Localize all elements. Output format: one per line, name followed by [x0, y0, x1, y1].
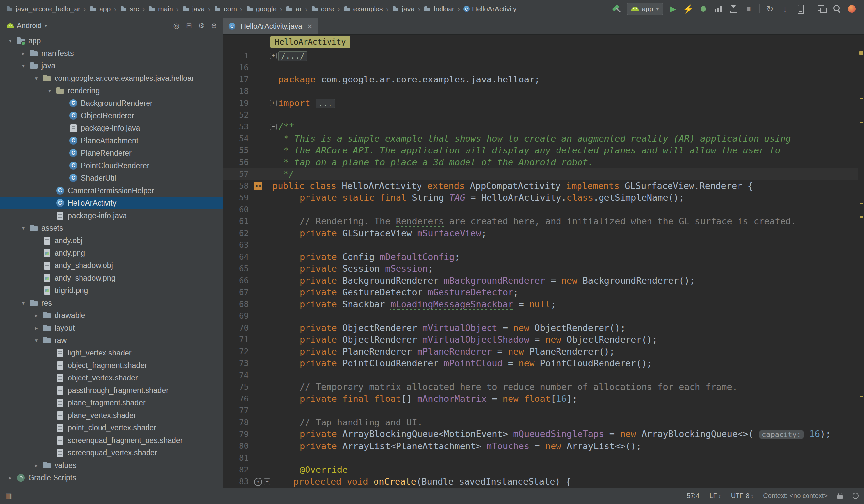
chevron-expanded-icon[interactable]: ▾	[45, 87, 55, 94]
chevron-expanded-icon[interactable]: ▾	[32, 75, 41, 82]
fold-collapse-icon[interactable]: −	[264, 478, 271, 485]
assistant-icon[interactable]	[844, 2, 860, 15]
indicator-stripe-mark[interactable]	[860, 51, 863, 55]
line-separator-widget[interactable]: LF ↕	[709, 492, 721, 500]
sync-icon[interactable]: ↻	[763, 2, 778, 15]
tree-item-drawable[interactable]: ▸drawable	[0, 309, 223, 322]
tree-item-layout[interactable]: ▸layout	[0, 322, 223, 334]
context-widget[interactable]: Context: <no context>	[763, 492, 828, 500]
tree-item-andy.png[interactable]: andy.png	[0, 247, 223, 259]
toolwindow-toggle-icon[interactable]: ▦	[5, 492, 12, 500]
line-number[interactable]: 82	[223, 464, 254, 476]
warning-stripe-mark[interactable]	[860, 396, 863, 397]
warning-stripe-mark[interactable]	[860, 122, 863, 123]
line-number[interactable]: 83	[223, 476, 254, 488]
tab-helloaractivity-java[interactable]: HelloArActivity.java ×	[223, 18, 318, 35]
tree-item-CameraPermissionHelper[interactable]: CameraPermissionHelper	[0, 184, 223, 197]
chevron-collapsed-icon[interactable]: ▸	[19, 50, 28, 57]
lock-icon[interactable]	[837, 495, 843, 499]
line-number[interactable]: 62	[223, 227, 254, 239]
breadcrumb-current-element[interactable]: HelloArActivity	[271, 36, 350, 48]
line-number[interactable]: 64	[223, 251, 254, 263]
line-number[interactable]: 80	[223, 440, 254, 452]
chevron-expanded-icon[interactable]: ▾	[5, 37, 15, 44]
tree-item-light_vertex.shader[interactable]: light_vertex.shader	[0, 347, 223, 359]
line-number[interactable]: 68	[223, 298, 254, 310]
line-number[interactable]: 65	[223, 263, 254, 275]
line-number[interactable]: 52	[223, 109, 254, 121]
tree-item-app[interactable]: ▾app	[0, 35, 223, 47]
chevron-collapsed-icon[interactable]: ▸	[32, 312, 41, 319]
layout-inspector-icon[interactable]	[814, 2, 829, 15]
project-view-selector[interactable]: Android ▾	[3, 20, 50, 31]
breadcrumb-item-main[interactable]: main	[147, 4, 174, 13]
line-number[interactable]: 59	[223, 192, 254, 204]
tree-item-assets[interactable]: ▾assets	[0, 222, 223, 234]
line-number[interactable]: 61	[223, 216, 254, 227]
fold-expand-icon[interactable]: +	[270, 100, 277, 106]
tree-item-BackgroundRenderer[interactable]: BackgroundRenderer	[0, 97, 223, 109]
line-number[interactable]: 58	[223, 180, 254, 192]
fold-marker[interactable]: −	[268, 123, 278, 130]
event-log-icon[interactable]	[852, 493, 859, 499]
tree-item-andy_shadow.png[interactable]: andy_shadow.png	[0, 272, 223, 284]
line-number[interactable]: 60	[223, 204, 254, 216]
breadcrumb-item-com[interactable]: com	[213, 4, 238, 13]
line-number[interactable]: 73	[223, 358, 254, 369]
line-number[interactable]: 55	[223, 145, 254, 156]
line-number[interactable]: 19	[223, 97, 254, 109]
tree-item-java[interactable]: ▾java	[0, 59, 223, 72]
line-number[interactable]: 56	[223, 156, 254, 168]
breadcrumb-item-src[interactable]: src	[119, 4, 140, 13]
search-icon[interactable]	[829, 2, 844, 15]
tree-item-rendering[interactable]: ▾rendering	[0, 84, 223, 97]
build-icon[interactable]	[609, 2, 624, 15]
tree-item-PlaneRenderer[interactable]: PlaneRenderer	[0, 147, 223, 159]
line-number[interactable]: 81	[223, 452, 254, 464]
android-component-gutter-icon[interactable]: <>	[254, 182, 263, 190]
breadcrumb-item-google[interactable]: google	[245, 4, 278, 13]
line-number[interactable]: 16	[223, 62, 254, 74]
line-number[interactable]: 17	[223, 74, 254, 85]
fold-marker[interactable]: −	[262, 478, 272, 485]
project-tree[interactable]: ▾app▸manifests▾java▾com.google.ar.core.e…	[0, 33, 223, 488]
line-number[interactable]: 53	[223, 121, 254, 133]
breadcrumb-item-helloar[interactable]: helloar	[422, 4, 455, 13]
tree-item-package-info.java[interactable]: package-info.java	[0, 122, 223, 134]
line-number[interactable]: 69	[223, 310, 254, 322]
breadcrumb-item-java[interactable]: java	[391, 4, 416, 13]
apply-changes-icon[interactable]: ⚡	[681, 2, 696, 15]
caret-position-widget[interactable]: 57:4	[687, 492, 699, 500]
line-number[interactable]: 18	[223, 85, 254, 97]
locate-icon[interactable]: ◎	[171, 20, 182, 31]
tree-item-andy_shadow.obj[interactable]: andy_shadow.obj	[0, 259, 223, 272]
settings-gear-icon[interactable]: ⚙	[196, 20, 207, 31]
line-number[interactable]: 78	[223, 417, 254, 429]
chevron-expanded-icon[interactable]: ▾	[19, 300, 28, 307]
tree-item-res[interactable]: ▾res	[0, 297, 223, 309]
tree-item-ObjectRenderer[interactable]: ObjectRenderer	[0, 109, 223, 122]
line-number[interactable]: 1	[223, 50, 254, 62]
line-number[interactable]: 71	[223, 334, 254, 346]
tree-item-PointCloudRenderer[interactable]: PointCloudRenderer	[0, 159, 223, 172]
override-gutter-icon[interactable]: ↑	[254, 478, 262, 486]
line-number[interactable]: 54	[223, 133, 254, 145]
fold-marker[interactable]: +	[268, 52, 278, 59]
fold-marker[interactable]: +	[268, 100, 278, 106]
tree-item-raw[interactable]: ▾raw	[0, 334, 223, 347]
tree-item-andy.obj[interactable]: andy.obj	[0, 234, 223, 247]
chevron-collapsed-icon[interactable]: ▸	[32, 462, 41, 469]
tree-item-object_fragment.shader[interactable]: object_fragment.shader	[0, 359, 223, 372]
tree-item-screenquad_vertex.shader[interactable]: screenquad_vertex.shader	[0, 446, 223, 459]
warning-stripe-mark[interactable]	[860, 98, 863, 99]
encoding-widget[interactable]: UTF-8 ↕	[731, 492, 754, 500]
tree-item-Gradle-Scripts[interactable]: ▸Gradle Scripts	[0, 471, 223, 484]
line-number[interactable]: 67	[223, 287, 254, 298]
tree-item-HelloArActivity[interactable]: HelloArActivity	[0, 197, 223, 209]
fold-collapse-icon[interactable]: −	[270, 123, 277, 130]
tree-item-passthrough_fragment.shader[interactable]: passthrough_fragment.shader	[0, 384, 223, 397]
tree-item-point_cloud_vertex.shader[interactable]: point_cloud_vertex.shader	[0, 421, 223, 434]
breadcrumb-item-examples[interactable]: examples	[342, 4, 384, 13]
fold-marker[interactable]	[268, 172, 278, 176]
tree-item-plane_fragment.shader[interactable]: plane_fragment.shader	[0, 397, 223, 409]
